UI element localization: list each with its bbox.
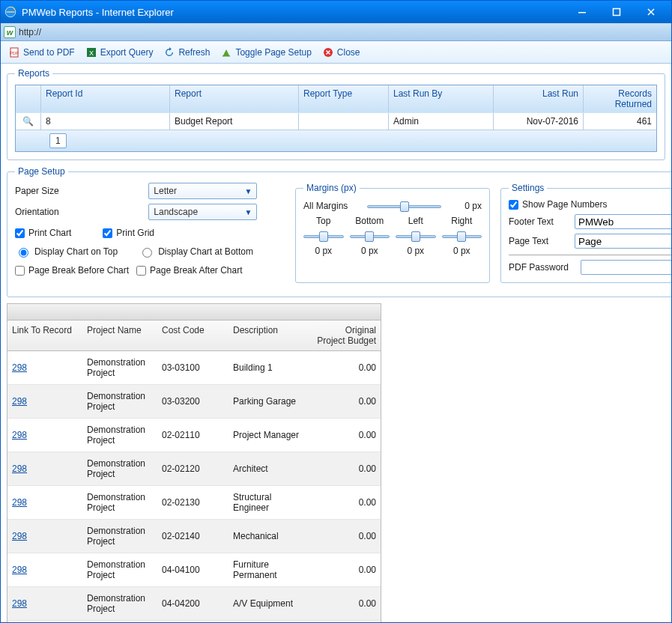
address-bar: w http:// bbox=[1, 23, 671, 41]
page-break-before-checkbox[interactable]: Page Break Before Chart bbox=[15, 265, 129, 276]
export-query-button[interactable]: X Export Query bbox=[85, 46, 154, 58]
cell-report: Budget Report bbox=[170, 113, 299, 130]
refresh-button[interactable]: Refresh bbox=[163, 46, 210, 58]
cell-last-run-by: Admin bbox=[389, 113, 494, 130]
toolbar: PDF Send to PDF X Export Query Refresh T… bbox=[1, 41, 671, 64]
cell-original-budget: 0.00 bbox=[311, 424, 381, 446]
page-number[interactable]: 1 bbox=[49, 133, 67, 148]
col-link-to-record[interactable]: Link To Record bbox=[7, 320, 82, 350]
show-page-numbers-input[interactable] bbox=[509, 200, 518, 210]
cell-project-name: Demonstration Project bbox=[82, 351, 157, 384]
display-chart-top-radio[interactable]: Display Chart on Top bbox=[15, 246, 118, 258]
page-setup-legend: Page Setup bbox=[15, 166, 68, 177]
display-chart-top-label: Display Chart on Top bbox=[34, 246, 118, 257]
minimize-button[interactable] bbox=[565, 1, 599, 23]
cell-project-name: Demonstration Project bbox=[82, 419, 157, 452]
cell-cost-code: 04-04100 bbox=[157, 559, 228, 581]
close-window-button[interactable] bbox=[634, 1, 668, 23]
all-margins-slider[interactable] bbox=[367, 201, 441, 211]
print-grid-input[interactable] bbox=[103, 228, 112, 238]
footer-text-label: Footer Text bbox=[509, 216, 569, 227]
close-button[interactable]: Close bbox=[322, 46, 360, 58]
close-label: Close bbox=[337, 47, 360, 58]
settings-fieldset: Settings Show Page Numbers Footer Text P… bbox=[500, 183, 671, 283]
pmweb-icon: w bbox=[4, 26, 16, 38]
svg-rect-7 bbox=[223, 55, 230, 57]
reports-col-records-returned[interactable]: Records Returned bbox=[584, 85, 656, 112]
all-margins-value: 0 px bbox=[449, 201, 482, 211]
reports-col-report-type[interactable]: Report Type bbox=[299, 85, 389, 112]
toggle-icon bbox=[220, 46, 232, 58]
display-chart-top-input[interactable] bbox=[19, 248, 28, 258]
page-break-after-input[interactable] bbox=[136, 266, 146, 276]
magnifier-icon[interactable]: 🔍 bbox=[22, 116, 34, 127]
page-break-before-input[interactable] bbox=[15, 266, 25, 276]
margins-legend: Margins (px) bbox=[303, 183, 360, 193]
margin-left-value: 0 px bbox=[396, 246, 436, 256]
page-break-after-checkbox[interactable]: Page Break After Chart bbox=[136, 265, 242, 276]
margin-right-value: 0 px bbox=[442, 246, 482, 256]
link-to-record[interactable]: 298 bbox=[12, 497, 27, 508]
table-row: 298Demonstration Project02-02110Project … bbox=[7, 419, 381, 452]
table-row: 298Demonstration Project04-04100Furnitur… bbox=[7, 553, 381, 587]
data-table-header: Link To Record Project Name Cost Code De… bbox=[7, 320, 381, 351]
page-text-input[interactable] bbox=[575, 234, 671, 249]
show-page-numbers-checkbox[interactable]: Show Page Numbers bbox=[509, 199, 671, 210]
cell-report-id: 8 bbox=[41, 113, 170, 130]
margin-left-slider[interactable] bbox=[396, 231, 436, 241]
print-grid-label: Print Grid bbox=[116, 228, 154, 238]
margin-right-slider[interactable] bbox=[442, 231, 482, 241]
print-chart-checkbox[interactable]: Print Chart bbox=[15, 228, 71, 238]
cell-original-budget: 0.00 bbox=[311, 458, 381, 480]
page-break-after-label: Page Break After Chart bbox=[150, 265, 242, 276]
reports-row[interactable]: 🔍 8 Budget Report Admin Nov-07-2016 461 bbox=[16, 112, 656, 130]
cell-original-budget: 0.00 bbox=[311, 491, 381, 514]
reports-pager: 1 bbox=[16, 130, 656, 151]
print-chart-input[interactable] bbox=[15, 228, 25, 238]
print-grid-checkbox[interactable]: Print Grid bbox=[103, 228, 154, 238]
link-to-record[interactable]: 298 bbox=[12, 598, 27, 609]
margins-fieldset: Margins (px) All Margins 0 px Top Bottom… bbox=[295, 183, 490, 283]
display-chart-bottom-radio[interactable]: Display Chart at Bottom bbox=[139, 246, 253, 258]
table-row: 298Demonstration Project03-03100Building… bbox=[7, 351, 381, 385]
orientation-combo[interactable]: Landscape ▼ bbox=[148, 204, 257, 220]
cell-project-name: Demonstration Project bbox=[82, 587, 157, 620]
refresh-label: Refresh bbox=[178, 47, 210, 58]
footer-text-input[interactable] bbox=[575, 214, 671, 229]
link-to-record[interactable]: 298 bbox=[12, 531, 27, 541]
cell-description: Furniture Permanent bbox=[228, 553, 311, 586]
page-setup-fieldset: Page Setup Paper Size Letter ▼ Orientati… bbox=[7, 166, 671, 297]
link-to-record[interactable]: 298 bbox=[12, 565, 27, 575]
margin-right-label: Right bbox=[442, 216, 482, 226]
show-page-numbers-label: Show Page Numbers bbox=[522, 199, 607, 210]
col-original-budget[interactable]: Original Project Budget bbox=[311, 320, 381, 350]
toggle-page-setup-button[interactable]: Toggle Page Setup bbox=[220, 46, 311, 58]
margin-top-slider[interactable] bbox=[303, 231, 344, 241]
display-chart-bottom-input[interactable] bbox=[142, 248, 152, 258]
pdf-password-input[interactable] bbox=[581, 260, 671, 275]
reports-col-last-run-by[interactable]: Last Run By bbox=[389, 85, 494, 112]
margin-bottom-slider[interactable] bbox=[350, 231, 390, 241]
col-project-name[interactable]: Project Name bbox=[82, 320, 157, 350]
link-to-record[interactable]: 298 bbox=[12, 464, 27, 474]
cell-original-budget: 0.00 bbox=[311, 356, 381, 379]
col-cost-code[interactable]: Cost Code bbox=[157, 320, 228, 350]
send-to-pdf-button[interactable]: PDF Send to PDF bbox=[8, 46, 75, 58]
cell-description: Architect bbox=[228, 458, 311, 480]
page-setup-row: Paper Size Letter ▼ Orientation Landscap… bbox=[15, 183, 671, 289]
reports-col-last-run[interactable]: Last Run bbox=[494, 85, 584, 112]
display-chart-bottom-label: Display Chart at Bottom bbox=[158, 246, 253, 257]
reports-col-icon[interactable] bbox=[16, 85, 41, 112]
link-to-record[interactable]: 298 bbox=[12, 430, 27, 440]
paper-size-combo[interactable]: Letter ▼ bbox=[148, 183, 257, 199]
link-to-record[interactable]: 298 bbox=[12, 396, 27, 407]
link-to-record[interactable]: 298 bbox=[12, 362, 27, 373]
cell-description: Mechanical bbox=[228, 525, 311, 547]
reports-col-report-id[interactable]: Report Id bbox=[41, 85, 170, 112]
maximize-button[interactable] bbox=[599, 1, 634, 23]
svg-rect-1 bbox=[578, 12, 586, 13]
url-text[interactable]: http:// bbox=[19, 27, 41, 37]
reports-col-report[interactable]: Report bbox=[170, 85, 299, 112]
col-description[interactable]: Description bbox=[228, 320, 311, 350]
cell-original-budget: 0.00 bbox=[311, 390, 381, 413]
